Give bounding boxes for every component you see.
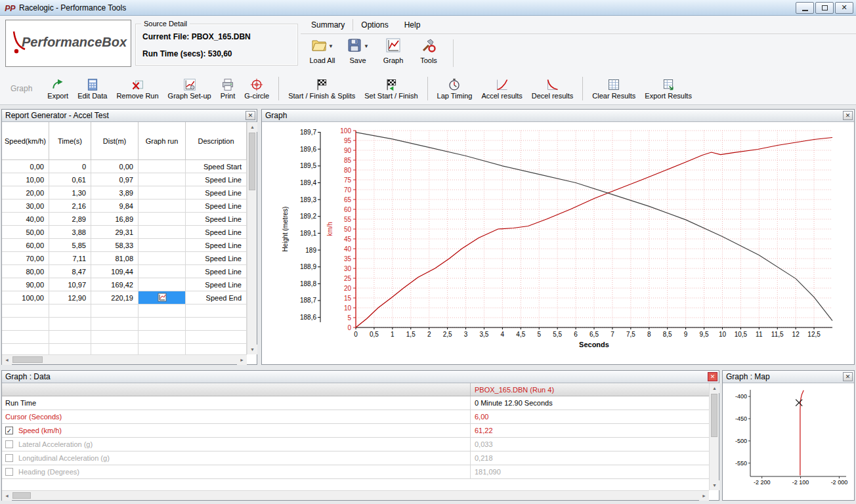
minimize-button[interactable]: [796, 2, 814, 14]
toolbar-button-save[interactable]: ▼Save: [343, 37, 373, 64]
table-cell[interactable]: Speed Line: [186, 186, 247, 199]
table-cell[interactable]: [186, 318, 247, 330]
data-row-speed-km-h[interactable]: ✓Speed (km/h)61,22: [2, 424, 709, 438]
table-cell[interactable]: 10,00: [2, 173, 49, 186]
table-cell[interactable]: [139, 278, 186, 291]
scroll-right-arrow[interactable]: ►: [699, 491, 709, 501]
table-cell[interactable]: 30,00: [2, 200, 49, 212]
table-cell[interactable]: [186, 331, 247, 343]
graph-panel-close-button[interactable]: ✕: [843, 111, 853, 120]
scrollbar-thumb[interactable]: [249, 133, 255, 190]
ribbon-button-accel-results[interactable]: Accel results: [477, 76, 526, 101]
table-cell[interactable]: Speed Line: [186, 213, 247, 225]
table-cell[interactable]: 1,30: [49, 186, 91, 199]
data-horizontal-scrollbar[interactable]: ◄ ►: [2, 490, 709, 500]
table-cell[interactable]: Speed Line: [186, 278, 247, 291]
data-row-longitudinal-acceleration-g[interactable]: Longitudinal Acceleration (g)0,218: [2, 452, 709, 465]
menu-item-options[interactable]: Options: [353, 17, 396, 33]
data-row-run-time[interactable]: Run Time0 Minute 12.90 Seconds: [2, 396, 709, 410]
table-cell[interactable]: [91, 304, 139, 317]
selected-graph-run-cell[interactable]: [139, 291, 186, 304]
data-row-cursor-seconds[interactable]: Cursor (Seconds)6,00: [2, 410, 709, 424]
unchecked-checkbox[interactable]: [5, 468, 13, 476]
table-cell[interactable]: 20,00: [2, 186, 49, 199]
table-cell[interactable]: [139, 173, 186, 186]
toolbar-button-load-all[interactable]: ▼Load All: [307, 37, 337, 64]
ribbon-button-clear-results[interactable]: Clear Results: [588, 76, 640, 101]
table-cell[interactable]: 9,84: [91, 200, 139, 212]
table-cell[interactable]: 3,89: [91, 186, 139, 199]
menu-item-help[interactable]: Help: [396, 17, 429, 33]
table-cell[interactable]: 70,00: [2, 252, 49, 264]
table-cell[interactable]: Speed Line: [186, 252, 247, 264]
table-cell[interactable]: [139, 200, 186, 212]
unchecked-checkbox[interactable]: [5, 454, 13, 462]
table-cell[interactable]: 90,00: [2, 278, 49, 291]
data-row-heading-degrees[interactable]: Heading (Degrees)181,090: [2, 465, 709, 479]
scroll-down-arrow[interactable]: ▼: [710, 480, 719, 490]
ribbon-button-remove-run[interactable]: Remove Run: [112, 76, 163, 101]
table-cell[interactable]: 169,42: [91, 278, 139, 291]
table-cell[interactable]: Speed Line: [186, 239, 247, 251]
table-cell[interactable]: 0,97: [91, 173, 139, 186]
table-cell[interactable]: 2,16: [49, 200, 91, 212]
toolbar-button-tools[interactable]: Tools: [414, 37, 444, 64]
table-cell[interactable]: Speed Line: [186, 173, 247, 186]
table-cell[interactable]: 8,47: [49, 265, 91, 278]
table-cell[interactable]: [2, 344, 49, 354]
table-cell[interactable]: 80,00: [2, 265, 49, 278]
scroll-up-arrow[interactable]: ▲: [710, 383, 719, 393]
table-cell[interactable]: [139, 160, 186, 173]
table-cell[interactable]: 0,00: [91, 160, 139, 173]
scrollbar-thumb[interactable]: [711, 394, 717, 437]
table-cell[interactable]: [91, 331, 139, 343]
table-cell[interactable]: [139, 186, 186, 199]
scroll-left-arrow[interactable]: ◄: [2, 355, 12, 365]
table-cell[interactable]: 109,44: [91, 265, 139, 278]
table-cell[interactable]: [139, 213, 186, 225]
table-cell[interactable]: [186, 344, 247, 354]
data-panel-close-button[interactable]: ✕: [708, 372, 717, 381]
report-panel-close-button[interactable]: ✕: [246, 111, 255, 120]
table-cell[interactable]: [49, 304, 91, 317]
table-cell[interactable]: Speed Line: [186, 200, 247, 212]
table-cell[interactable]: 7,11: [49, 252, 91, 264]
ribbon-button-decel-results[interactable]: Decel results: [527, 76, 578, 101]
scroll-right-arrow[interactable]: ►: [237, 355, 247, 365]
dropdown-arrow-icon[interactable]: ▼: [364, 43, 369, 49]
map-panel-close-button[interactable]: ✕: [843, 372, 853, 381]
table-cell[interactable]: [139, 318, 186, 330]
unchecked-checkbox[interactable]: [5, 440, 13, 448]
data-vertical-scrollbar[interactable]: ▲ ▼: [709, 383, 719, 490]
table-cell[interactable]: Speed Line: [186, 226, 247, 238]
table-cell[interactable]: [2, 331, 49, 343]
maximize-button[interactable]: [815, 2, 834, 14]
table-cell[interactable]: 12,90: [49, 291, 91, 304]
table-cell[interactable]: 29,31: [91, 226, 139, 238]
table-cell[interactable]: Speed End: [186, 291, 247, 304]
ribbon-button-graph-set-up[interactable]: Graph Set-up: [163, 76, 216, 101]
table-cell[interactable]: 100,00: [2, 291, 49, 304]
table-cell[interactable]: 0,00: [2, 160, 49, 173]
table-cell[interactable]: 40,00: [2, 213, 49, 225]
ribbon-button-print[interactable]: Print: [216, 76, 240, 101]
table-cell[interactable]: 50,00: [2, 226, 49, 238]
table-cell[interactable]: [139, 252, 186, 264]
scroll-down-arrow[interactable]: ▼: [247, 345, 257, 354]
ribbon-button-edit-data[interactable]: Edit Data: [73, 76, 112, 101]
table-cell[interactable]: 16,89: [91, 213, 139, 225]
table-cell[interactable]: Speed Start: [186, 160, 247, 173]
scroll-left-arrow[interactable]: ◄: [2, 491, 12, 501]
table-cell[interactable]: [49, 331, 91, 343]
table-cell[interactable]: 60,00: [2, 239, 49, 251]
table-cell[interactable]: [2, 304, 49, 317]
table-cell[interactable]: [91, 318, 139, 330]
table-cell[interactable]: 5,85: [49, 239, 91, 251]
table-cell[interactable]: [139, 226, 186, 238]
table-cell[interactable]: 0,61: [49, 173, 91, 186]
table-cell[interactable]: 81,08: [91, 252, 139, 264]
table-cell[interactable]: [139, 304, 186, 317]
table-cell[interactable]: 2,89: [49, 213, 91, 225]
table-cell[interactable]: Speed Line: [186, 265, 247, 278]
ribbon-button-start-finish-splits[interactable]: Start / Finish & Splits: [284, 76, 360, 101]
